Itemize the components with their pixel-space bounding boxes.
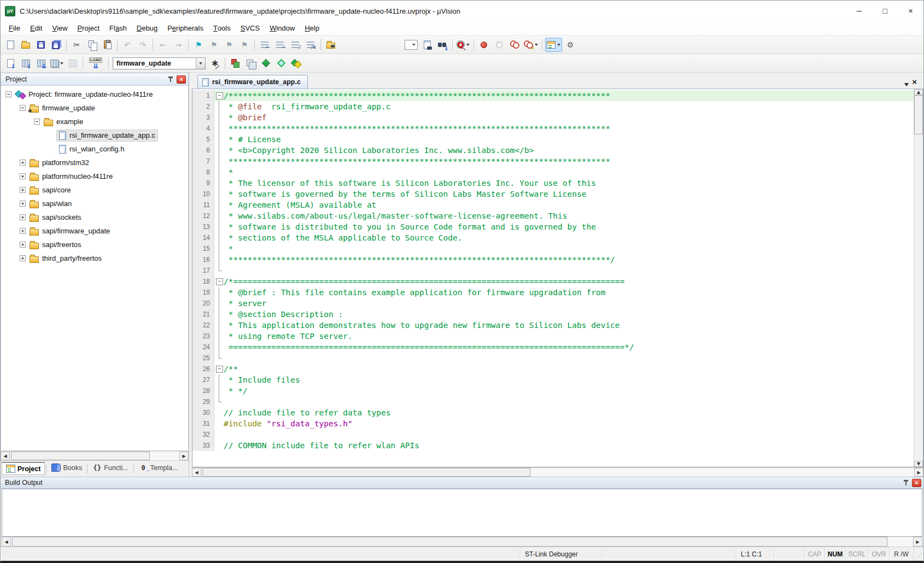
unindent-button[interactable]: ←	[258, 38, 272, 52]
undo-button[interactable]: ↶	[120, 38, 134, 52]
kill-all-breakpoints-button[interactable]: ✕	[523, 38, 539, 52]
tree-item[interactable]: +platform/nucleo-f411re	[1, 169, 188, 183]
code-line[interactable]: 3 * @brief	[192, 112, 914, 123]
menu-project[interactable]: Project	[73, 21, 104, 35]
translate-button[interactable]: ↓	[3, 56, 17, 71]
menu-svcs[interactable]: SVCS	[236, 21, 265, 35]
code-line[interactable]: 18/*====================================…	[192, 276, 914, 287]
rebuild-button[interactable]: ⇊	[34, 56, 48, 71]
tab-project[interactable]: Project	[2, 462, 45, 475]
tree-item[interactable]: +sapi/core	[1, 183, 188, 197]
collapse-icon[interactable]: −	[34, 119, 40, 125]
scroll-down-icon[interactable]: ▼	[914, 461, 923, 467]
code-line[interactable]: 21 * @section Description :	[192, 309, 914, 320]
project-panel-close-icon[interactable]	[177, 75, 186, 84]
resize-grip[interactable]	[914, 547, 923, 561]
code-line[interactable]: 10 * software is governed by the terms o…	[192, 189, 914, 200]
menu-debug[interactable]: Debug	[132, 21, 162, 35]
code-line[interactable]: 11 * Agreement (MSLA) available at	[192, 200, 914, 210]
tree-item[interactable]: rsi_wlan_config.h	[1, 142, 188, 156]
expand-icon[interactable]: +	[20, 242, 26, 248]
expand-icon[interactable]: +	[20, 173, 26, 179]
code-line[interactable]: 26/**	[192, 363, 914, 374]
scroll-right-icon[interactable]: ▶	[179, 451, 189, 460]
uncomment-selection-button[interactable]: ∕x	[303, 38, 318, 52]
scroll-left-icon[interactable]: ◀	[1, 451, 10, 460]
menu-flash[interactable]: Flash	[104, 21, 132, 35]
fold-collapse-icon[interactable]	[214, 276, 224, 287]
insert-breakpoint-button[interactable]	[477, 38, 491, 52]
expand-icon[interactable]: +	[20, 214, 26, 220]
scroll-left-icon[interactable]: ◀	[192, 468, 201, 477]
editor-tab[interactable]: rsi_firmware_update_app.c	[197, 75, 308, 89]
code-line[interactable]: 29	[192, 396, 914, 407]
code-line[interactable]: 14 * sections of the MSLA applicable to …	[192, 232, 914, 243]
code-line[interactable]: 25	[192, 353, 914, 363]
tree-item[interactable]: +sapi/freertos	[1, 238, 188, 251]
menu-tools[interactable]: Tools	[208, 21, 236, 35]
select-variant-button[interactable]	[274, 56, 288, 71]
target-select-dropdown-icon[interactable]	[196, 58, 205, 69]
bookmark-previous-button[interactable]: ⚑	[222, 38, 236, 52]
code-line[interactable]: 30// include file to refer data types	[192, 407, 914, 418]
code-line[interactable]: 2 * @file rsi_firmware_update_app.c	[192, 101, 914, 112]
fold-collapse-icon[interactable]	[214, 90, 224, 101]
disable-all-breakpoints-button[interactable]	[507, 38, 522, 52]
menu-peripherals[interactable]: Peripherals	[162, 21, 208, 35]
code-area[interactable]: 1/**************************************…	[192, 89, 914, 467]
code-line[interactable]: 22 * This application demonstrates how t…	[192, 320, 914, 331]
code-line[interactable]: 19 * @brief : This file contains example…	[192, 287, 914, 298]
menu-window[interactable]: Window	[265, 21, 300, 35]
target-options-button[interactable]: ∗	[208, 56, 222, 71]
editor-vscrollbar[interactable]: ▲ ▼	[914, 89, 923, 467]
code-line[interactable]: 15 *	[192, 243, 914, 254]
target-select-combobox[interactable]: firmware_update	[113, 57, 206, 69]
navigate-forward-button[interactable]: →	[171, 38, 185, 52]
tab-functi[interactable]: {}Functi...	[89, 462, 132, 473]
scroll-up-icon[interactable]: ▲	[914, 89, 923, 95]
stop-build-button[interactable]	[66, 56, 80, 71]
copy-button[interactable]	[85, 38, 99, 52]
expand-icon[interactable]: +	[20, 228, 26, 234]
fold-collapse-icon[interactable]	[214, 363, 224, 374]
code-line[interactable]: 24 =====================================…	[192, 342, 914, 353]
tab-list-dropdown[interactable]	[903, 83, 912, 89]
code-line[interactable]: 4 **************************************…	[192, 123, 914, 134]
indent-button[interactable]: →	[273, 38, 287, 52]
find-in-files-button[interactable]	[324, 38, 338, 52]
enable-breakpoint-button[interactable]	[492, 38, 506, 52]
redo-button[interactable]: ↷	[136, 38, 150, 52]
comment-selection-button[interactable]: ∕	[288, 38, 302, 52]
menu-edit[interactable]: Edit	[25, 21, 47, 35]
tree-item[interactable]: −example	[1, 115, 188, 128]
batch-build-button[interactable]	[49, 56, 65, 71]
menu-file[interactable]: File	[4, 21, 25, 35]
collapse-icon[interactable]: −	[5, 91, 11, 97]
code-line[interactable]: 16 *************************************…	[192, 254, 914, 265]
expand-icon[interactable]: +	[20, 160, 26, 166]
code-line[interactable]: 13 * software is distributed to you in S…	[192, 221, 914, 232]
scroll-thumb[interactable]	[11, 451, 150, 460]
code-line[interactable]: 32	[192, 429, 914, 440]
tree-item[interactable]: +platform/stm32	[1, 156, 188, 169]
menu-view[interactable]: View	[47, 21, 72, 35]
download-button[interactable]: LOAD⇊	[86, 56, 106, 71]
tree-item[interactable]: −Project: firmware_update-nucleo-f411re	[1, 87, 188, 101]
code-line[interactable]: 12 * www.silabs.com/about-us/legal/maste…	[192, 210, 914, 221]
code-line[interactable]: 7 **************************************…	[192, 156, 914, 167]
paste-button[interactable]	[100, 38, 114, 52]
build-button[interactable]: ↓	[19, 56, 33, 71]
tab-books[interactable]: Books	[48, 462, 86, 473]
manage-books-button[interactable]	[243, 56, 258, 71]
editor-hscrollbar[interactable]: ◀ ▶	[192, 467, 923, 477]
code-line[interactable]: 31#include "rsi_data_types.h"	[192, 418, 914, 429]
code-line[interactable]: 23 * using remote TCP server.	[192, 331, 914, 342]
tree-item[interactable]: rsi_firmware_update_app.c	[1, 128, 188, 142]
code-line[interactable]: 27 * Include files	[192, 374, 914, 385]
expand-icon[interactable]: +	[20, 201, 26, 207]
menu-help[interactable]: Help	[300, 21, 324, 35]
build-output-content[interactable]	[2, 489, 922, 537]
manage-rte-button[interactable]	[259, 56, 273, 71]
tree-item[interactable]: +sapi/sockets	[1, 210, 188, 224]
code-line[interactable]: 17	[192, 265, 914, 276]
